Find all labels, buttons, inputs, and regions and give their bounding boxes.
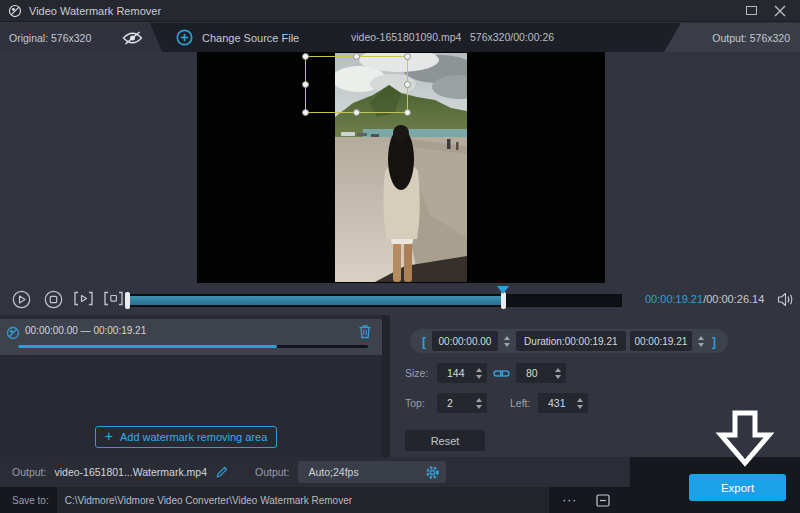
change-source-file-button[interactable]: Change Source File (176, 23, 299, 52)
plus-icon: + (105, 429, 113, 443)
save-path-row: Save to: C:\Vidmore\Vidmore Video Conver… (0, 487, 630, 513)
size-row: Size: 144 80 (405, 363, 800, 383)
timeline-start-handle[interactable] (125, 292, 130, 309)
save-to-label: Save to: (12, 495, 49, 506)
save-path-display: C:\Vidmore\Vidmore Video Converter\Video… (57, 487, 549, 513)
play-segment-button[interactable] (72, 290, 94, 310)
export-button[interactable]: Export (689, 474, 786, 501)
trim-time-row: [ 00:00:00.00 Duration:00:00:19.21 00:00… (410, 329, 728, 353)
add-watermark-area-label: Add watermark removing area (120, 431, 267, 443)
height-stepper[interactable] (553, 368, 563, 379)
player-bar: 00:00:19.21/00:00:26.14 (0, 285, 800, 315)
set-end-bracket[interactable]: ] (710, 334, 718, 349)
set-start-bracket[interactable]: [ (420, 334, 428, 349)
panel-divider (382, 315, 390, 457)
time-display: 00:00:19.21/00:00:26.14 (645, 293, 764, 305)
selection-handle-top-mid[interactable] (353, 53, 360, 60)
height-field: 80 (516, 363, 566, 383)
hide-preview-eye-icon[interactable] (121, 30, 144, 50)
size-label: Size: (405, 367, 437, 379)
timeline-filled-range (127, 296, 502, 305)
watermark-time-range: 00:00:00.00 — 00:00:19.21 (25, 325, 146, 336)
top-stepper[interactable] (474, 398, 484, 409)
titlebar: Video Watermark Remover (0, 0, 800, 22)
start-time-stepper[interactable] (502, 336, 512, 347)
selection-handle-bottom-right[interactable] (404, 109, 411, 116)
topbar: Original: 576x320 Change Source File vid… (0, 23, 800, 52)
timeline-track[interactable] (125, 294, 622, 307)
stop-segment-button[interactable] (102, 290, 124, 310)
watermark-list-panel: 00:00:00.00 — 00:00:19.21 + Add watermar… (0, 315, 382, 457)
total-time: /00:00:26.14 (703, 293, 764, 305)
volume-icon[interactable] (777, 292, 795, 310)
left-field: 431 (538, 393, 588, 413)
add-source-icon (176, 29, 193, 46)
selection-handle-bottom-mid[interactable] (353, 109, 360, 116)
height-input[interactable]: 80 (519, 367, 553, 379)
delete-watermark-icon[interactable] (358, 324, 372, 342)
selection-handle-top-right[interactable] (404, 53, 411, 60)
rename-pencil-icon[interactable] (215, 465, 229, 479)
browse-more-button[interactable]: ··· (557, 491, 583, 509)
output-file-row: Output: video-1651801...Watermark.mp4 Ou… (0, 457, 630, 487)
footer: Output: video-1651801...Watermark.mp4 Ou… (0, 457, 800, 513)
window-controls (746, 5, 792, 17)
original-resolution-label: Original: 576x320 (9, 32, 91, 44)
maximize-button[interactable] (746, 6, 757, 15)
app-window: Video Watermark Remover Original: 576x32… (0, 0, 800, 513)
watermark-remover-icon (6, 326, 20, 344)
close-button[interactable] (774, 5, 786, 17)
play-button[interactable] (10, 290, 32, 310)
watermark-edit-panel: [ 00:00:00.00 Duration:00:00:19.21 00:00… (390, 315, 800, 457)
open-folder-icon[interactable] (595, 493, 611, 508)
video-preview-area (0, 52, 800, 285)
left-input[interactable]: 431 (541, 397, 575, 409)
top-input[interactable]: 2 (440, 397, 474, 409)
output-format-value: Auto;24fps (308, 466, 425, 478)
add-watermark-area-button[interactable]: + Add watermark removing area (95, 426, 277, 448)
output-format-select[interactable]: Auto;24fps (298, 461, 446, 483)
left-stepper[interactable] (575, 398, 585, 409)
end-time-input[interactable]: 00:00:19.21 (630, 331, 692, 351)
output-format-label: Output: (255, 466, 289, 478)
width-stepper[interactable] (474, 368, 484, 379)
width-field: 144 (437, 363, 487, 383)
width-input[interactable]: 144 (440, 367, 474, 379)
watermark-progress-fill (18, 345, 277, 348)
output-filename: video-1651801...Watermark.mp4 (54, 466, 207, 478)
stop-button[interactable] (42, 290, 64, 310)
timeline-end-handle[interactable] (501, 292, 506, 309)
selection-handle-mid-left[interactable] (302, 81, 309, 88)
original-tab: Original: 576x320 (0, 23, 168, 52)
current-time: 00:00:19.21 (645, 293, 703, 305)
playhead-marker[interactable] (497, 286, 509, 294)
watermark-selection-box[interactable] (305, 56, 408, 113)
top-label: Top: (405, 397, 437, 409)
position-row: Top: 2 Left: 431 (405, 393, 800, 413)
window-title: Video Watermark Remover (29, 5, 161, 17)
change-source-label: Change Source File (202, 32, 299, 44)
selection-handle-bottom-left[interactable] (302, 109, 309, 116)
source-filename: video-1651801090.mp4 (351, 23, 461, 52)
top-field: 2 (437, 393, 487, 413)
reset-button[interactable]: Reset (405, 430, 485, 451)
start-time-input[interactable]: 00:00:00.00 (432, 331, 497, 351)
output-file-label: Output: (12, 466, 46, 478)
left-label: Left: (510, 397, 538, 409)
format-settings-gear-icon[interactable] (425, 465, 440, 480)
link-dimensions-icon[interactable] (493, 368, 510, 379)
watermark-area-item[interactable]: 00:00:00.00 — 00:00:19.21 (0, 319, 382, 355)
end-time-stepper[interactable] (696, 336, 706, 347)
output-resolution-label: Output: 576x320 (712, 32, 790, 44)
output-tab: Output: 576x320 (664, 23, 800, 52)
app-logo-icon (8, 4, 22, 18)
watermark-progress-track (18, 345, 368, 348)
duration-display: Duration:00:00:19.21 (516, 331, 627, 351)
selection-handle-mid-right[interactable] (404, 81, 411, 88)
source-file-info: 576x320/00:00:26 (470, 23, 554, 52)
selection-handle-top-left[interactable] (302, 53, 309, 60)
